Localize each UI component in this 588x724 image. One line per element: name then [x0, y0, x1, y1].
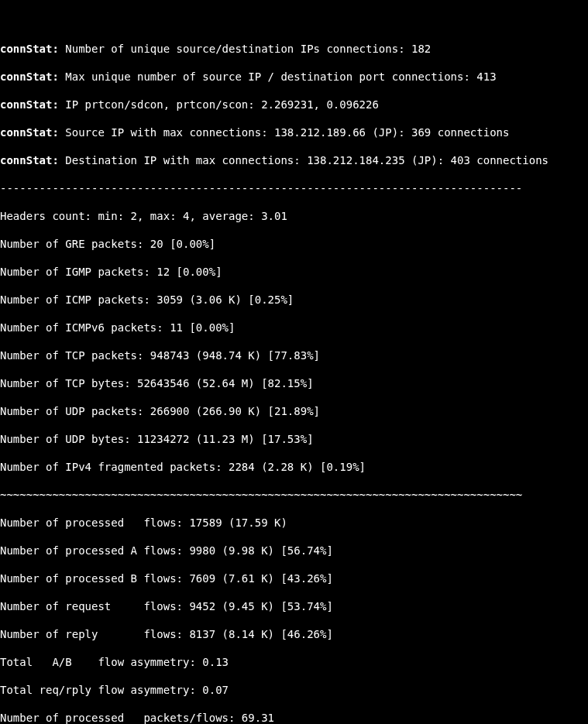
connstat-label: connStat: [0, 70, 59, 83]
divider-dashes: ----------------------------------------… [0, 181, 588, 195]
flow-stat: Number of reply flows: 8137 (8.14 K) [46… [0, 627, 588, 641]
packet-stat: Number of TCP bytes: 52643546 (52.64 M) … [0, 376, 588, 390]
connstat-label: connStat: [0, 98, 59, 111]
packet-stat: Number of IGMP packets: 12 [0.00%] [0, 265, 588, 279]
connstat-label: connStat: [0, 126, 59, 139]
connstat-line: connStat: IP prtcon/sdcon, prtcon/scon: … [0, 98, 588, 112]
packet-stat: Number of ICMP packets: 3059 (3.06 K) [0… [0, 293, 588, 307]
packet-stat: Number of IPv4 fragmented packets: 2284 … [0, 460, 588, 474]
connstat-text: Destination IP with max connections: 138… [59, 154, 548, 166]
packet-stat: Number of UDP bytes: 11234272 (11.23 M) … [0, 432, 588, 446]
packet-stat: Number of GRE packets: 20 [0.00%] [0, 237, 588, 251]
flow-stat: Number of processed flows: 17589 (17.59 … [0, 516, 588, 530]
flow-stat: Total A/B flow asymmetry: 0.13 [0, 655, 588, 669]
flow-stat: Total req/rply flow asymmetry: 0.07 [0, 683, 588, 697]
connstat-text: Max unique number of source IP / destina… [59, 70, 497, 83]
divider-tilde: ~~~~~~~~~~~~~~~~~~~~~~~~~~~~~~~~~~~~~~~~… [0, 488, 588, 502]
flow-stat: Number of processed A flows: 9980 (9.98 … [0, 544, 588, 558]
packet-stat: Number of TCP packets: 948743 (948.74 K)… [0, 348, 588, 362]
flow-stat: Number of request flows: 9452 (9.45 K) [… [0, 599, 588, 613]
flow-stat: Number of processed packets/flows: 69.31 [0, 711, 588, 724]
headers-count: Headers count: min: 2, max: 4, average: … [0, 209, 588, 223]
connstat-line: connStat: Source IP with max connections… [0, 125, 588, 139]
connstat-label: connStat: [0, 154, 59, 166]
flow-stat: Number of processed B flows: 7609 (7.61 … [0, 571, 588, 585]
connstat-line: connStat: Number of unique source/destin… [0, 42, 588, 56]
connstat-text: IP prtcon/sdcon, prtcon/scon: 2.269231, … [59, 98, 379, 111]
packet-stat: Number of ICMPv6 packets: 11 [0.00%] [0, 321, 588, 335]
connstat-line: connStat: Max unique number of source IP… [0, 70, 588, 84]
packet-stat: Number of UDP packets: 266900 (266.90 K)… [0, 404, 588, 418]
connstat-text: Number of unique source/destination IPs … [59, 43, 431, 55]
connstat-text: Source IP with max connections: 138.212.… [59, 126, 510, 139]
connstat-line: connStat: Destination IP with max connec… [0, 153, 588, 167]
connstat-label: connStat: [0, 43, 59, 55]
